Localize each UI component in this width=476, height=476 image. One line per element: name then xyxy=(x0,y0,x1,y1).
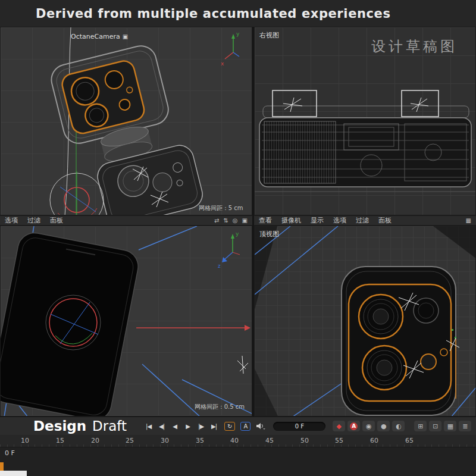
axis-x-label: x xyxy=(221,61,224,67)
viewport-nav-icons: ▦ xyxy=(466,217,471,224)
timeline-ruler[interactable]: 10 15 20 25 30 35 40 45 50 55 60 65 xyxy=(0,435,476,447)
playback-controls: |◀ ◀| ◀ ▶ |▶ ▶| xyxy=(143,423,219,430)
transform-gizmo[interactable] xyxy=(50,171,104,215)
ruler-tick: 55 xyxy=(331,437,347,444)
menu-cameras[interactable]: 摄像机 xyxy=(281,216,301,225)
autokey-region-button[interactable]: A xyxy=(240,422,250,431)
menu-display[interactable]: 显示 xyxy=(311,216,324,225)
grid-spacing-label: 网格间距 : 5 cm xyxy=(199,204,243,212)
axis-gizmo: y x xyxy=(221,31,240,67)
ruler-tick: 45 xyxy=(262,437,277,444)
watermark-text: 设计草稿图 xyxy=(371,37,458,56)
loop-mode-button[interactable]: ↻ xyxy=(224,422,235,431)
key-interpolation-button[interactable]: ⊞ xyxy=(414,421,427,431)
sketch-marks xyxy=(237,356,248,374)
ruler-minor-ticks xyxy=(0,444,476,447)
ruler-tick: 50 xyxy=(297,437,312,444)
x-axis-arrow xyxy=(136,325,250,331)
current-frame-label: 0 F xyxy=(5,449,15,457)
rotate-icon[interactable]: ◎ xyxy=(233,217,238,224)
ruler-tick: 20 xyxy=(87,437,103,444)
maximize-icon[interactable]: ▣ xyxy=(242,217,248,224)
ruler-tick: 40 xyxy=(227,437,242,444)
axis-z-label: z xyxy=(218,263,221,269)
viewport-name-label: 右视图 xyxy=(259,31,279,40)
menu-filter[interactable]: 过滤 xyxy=(356,216,369,225)
selection-handle xyxy=(452,329,453,331)
autokey-toggle-button[interactable]: A xyxy=(347,421,360,431)
ruler-tick: 15 xyxy=(52,437,68,444)
flash-ring xyxy=(421,354,436,369)
title-light: Draft xyxy=(92,418,127,434)
lens-bottom-left xyxy=(362,346,406,390)
menu-options[interactable]: 选项 xyxy=(333,216,346,225)
viewport-perspective[interactable]: y x OctaneCamera ▣ 网格间距 : 5 cm xyxy=(0,27,252,215)
viewport-menubar-left: 选项 过滤 面板 ⇄ ⇅ ◎ ▣ xyxy=(0,215,252,226)
maximize-icon[interactable]: ▦ xyxy=(466,217,471,224)
viewport-nav-icons: ⇄ ⇅ ◎ ▣ xyxy=(214,217,248,224)
previous-key-button[interactable]: ◀| xyxy=(156,423,167,430)
sound-toggle-button[interactable] xyxy=(256,422,265,430)
menu-panel[interactable]: 面板 xyxy=(378,216,392,225)
ruler-tick: 60 xyxy=(367,437,382,444)
viewport-front[interactable]: y z 网格间距 : 0.5 cm xyxy=(0,226,252,416)
viewport-top[interactable]: 顶视图 xyxy=(254,226,476,416)
frame-counter-field[interactable]: 0 F xyxy=(273,422,325,431)
next-key-button[interactable]: |▶ xyxy=(196,423,206,430)
case-side-wireframe xyxy=(255,90,476,192)
viewport-menubar-right: 查看 摄像机 显示 选项 过滤 面板 ▦ xyxy=(254,215,476,226)
menu-panel[interactable]: 面板 xyxy=(50,216,63,225)
status-strip: 0 F xyxy=(0,447,476,476)
page-title: Derived from multiple accumulated experi… xyxy=(36,7,391,21)
play-forward-button[interactable]: ▶ xyxy=(183,423,193,430)
camera-label: OctaneCamera xyxy=(71,33,120,40)
front-view-render: y z xyxy=(1,226,252,416)
ruler-tick: 25 xyxy=(122,437,137,444)
ruler-tick: 30 xyxy=(157,437,173,444)
keyframe-tools: ◆ A ◉ ● ◐ ⊞ ⊡ ▦ ≣ xyxy=(333,421,471,431)
lens-top-right xyxy=(414,298,439,323)
app-window: Derived from multiple accumulated experi… xyxy=(0,0,476,476)
camera-menu-icon[interactable]: ▣ xyxy=(123,33,128,40)
motion-mode-button[interactable]: ◐ xyxy=(392,421,405,431)
top-view-render xyxy=(255,226,476,416)
layer-button[interactable]: ▦ xyxy=(444,421,456,431)
menu-options[interactable]: 选项 xyxy=(5,216,18,225)
viewport-name-label: 顶视图 xyxy=(259,230,279,239)
lens-top-left xyxy=(359,295,403,339)
header: Derived from multiple accumulated experi… xyxy=(0,0,476,27)
dolly-icon[interactable]: ⇅ xyxy=(223,217,228,224)
record-objects-button[interactable]: ◉ xyxy=(362,421,375,431)
exploded-phone-case xyxy=(48,40,205,215)
perspective-render: y x xyxy=(1,27,252,215)
pan-icon[interactable]: ⇄ xyxy=(214,217,219,224)
ruler-tick: 10 xyxy=(17,437,33,444)
record-keyframe-button[interactable]: ◆ xyxy=(333,421,345,431)
keyframe-selection-button[interactable]: ● xyxy=(377,421,390,431)
phone-case-top xyxy=(342,267,456,415)
spline-curve xyxy=(65,27,71,215)
timeline-options-button[interactable]: ≣ xyxy=(459,421,471,431)
axis-y-label: y xyxy=(236,31,240,37)
goto-end-button[interactable]: ▶| xyxy=(209,423,219,430)
ruler-tick: 35 xyxy=(192,437,208,444)
snap-button[interactable]: ⊡ xyxy=(429,421,441,431)
menu-filter[interactable]: 过滤 xyxy=(27,216,40,225)
viewport-right[interactable]: 右视图 设计草稿图 xyxy=(254,27,476,215)
axis-y-label: y xyxy=(236,231,239,237)
menu-view[interactable]: 查看 xyxy=(259,216,272,225)
speaker-icon xyxy=(256,422,265,430)
design-draft-title: DesignDraft xyxy=(33,418,127,434)
axis-gizmo: y z xyxy=(218,231,240,269)
title-bold: Design xyxy=(33,418,86,434)
ruler-tick: 65 xyxy=(402,437,417,444)
grid-spacing-label: 网格间距 : 0.5 cm xyxy=(195,403,245,411)
sketch-asterisks xyxy=(283,98,428,112)
phone-body xyxy=(1,230,141,416)
timeline-bar: DesignDraft |◀ ◀| ◀ ▶ |▶ ▶| ↻ A 0 F ◆ A … xyxy=(0,416,476,435)
goto-start-button[interactable]: |◀ xyxy=(143,423,154,430)
white-marker-bar xyxy=(0,471,27,476)
camera-hud[interactable]: OctaneCamera ▣ xyxy=(71,33,128,40)
play-backward-button[interactable]: ◀ xyxy=(170,423,180,430)
